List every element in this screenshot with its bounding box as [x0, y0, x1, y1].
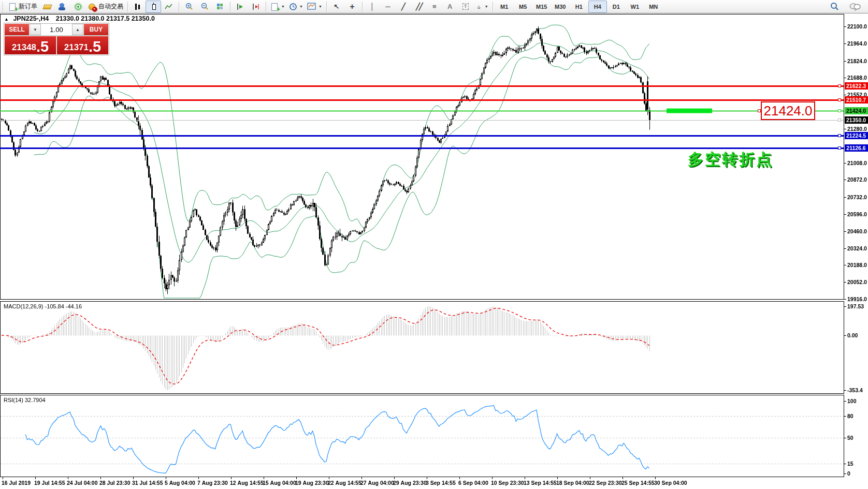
zoom-out-button[interactable] [197, 1, 212, 13]
zoom-in-button[interactable] [181, 1, 197, 13]
crosshair-button[interactable]: + [344, 1, 360, 13]
chart-shift-icon [252, 3, 260, 11]
new-order-label: 新订单 [19, 2, 37, 11]
zoom-out-icon [200, 3, 209, 11]
chevron-down-icon: ▼ [281, 5, 285, 8]
auto-scroll-icon [236, 3, 244, 11]
sell-price-frac: .5 [36, 40, 49, 53]
chevron-down-icon: ▼ [299, 5, 303, 8]
profiles-button[interactable] [39, 1, 55, 13]
zoom-in-icon [185, 3, 194, 11]
bar-chart-icon [134, 3, 142, 11]
market-watch-icon [59, 3, 67, 11]
period-button[interactable]: ▼ [287, 1, 305, 13]
cursor-button[interactable]: ↖ [329, 1, 344, 13]
vertical-line-icon: │ [370, 3, 374, 10]
tile-windows-icon [216, 3, 225, 11]
volume-increase-button[interactable]: ▲ [72, 24, 83, 35]
channel-button[interactable]: ╱╱ [411, 1, 427, 13]
price-callout-box[interactable]: 21424.0 [761, 101, 815, 120]
label-tool-button[interactable]: T [458, 1, 473, 13]
label-tool-icon: T [462, 3, 469, 10]
trendline-icon: ╱ [401, 3, 406, 10]
toolbar-separator [230, 2, 230, 12]
chart-symbol-period: JPN225-,H4 [13, 15, 49, 22]
candlestick-chart-button[interactable] [146, 1, 161, 13]
line-chart-button[interactable] [161, 1, 177, 13]
fibonacci-icon: ≡ [432, 3, 437, 10]
timeframe-d1-button[interactable]: D1 [607, 1, 626, 13]
text-tool-button[interactable]: A [442, 1, 458, 13]
buy-price-display[interactable]: 21371.5 [56, 36, 109, 55]
toolbar-separator [326, 2, 327, 12]
fibonacci-button[interactable]: ≡ [427, 1, 442, 13]
search-icon [830, 2, 839, 11]
templates-button[interactable]: ▼ [305, 1, 324, 13]
timeframe-m30-button[interactable]: M30 [551, 1, 570, 13]
chevron-down-icon: ▼ [319, 5, 322, 8]
auto-scroll-button[interactable] [233, 1, 248, 13]
timeframe-mn-button[interactable]: MN [644, 1, 663, 13]
main-toolbar: + 新订单 自动交易 +▼ ▼ ▼ ↖ + │ ─ ╱ [0, 0, 868, 13]
toolbar-separator [493, 2, 493, 12]
volume-decrease-button[interactable]: ▼ [30, 24, 41, 35]
chart-shift-button[interactable] [248, 1, 264, 13]
crosshair-icon: + [350, 2, 354, 11]
price-chart-canvas[interactable] [0, 0, 868, 489]
timeframe-m1-button[interactable]: M1 [495, 1, 514, 13]
tile-windows-button[interactable] [212, 1, 228, 13]
cursor-icon: ↖ [334, 3, 339, 10]
turning-point-annotation: 多空转折点 [688, 149, 773, 170]
line-chart-icon [165, 3, 173, 10]
timeframe-h4-button[interactable]: H4 [588, 1, 607, 13]
chevron-down-icon: ▼ [485, 5, 488, 8]
buy-price-frac: .5 [89, 40, 101, 53]
trendline-button[interactable]: ╱ [396, 1, 411, 13]
chat-bubbles-icon [849, 3, 861, 11]
add-indicator-button[interactable]: +▼ [268, 1, 287, 13]
new-order-icon: + [8, 3, 17, 11]
search-button[interactable] [827, 1, 842, 13]
volume-stepper: ▼ 1.00 ▲ [30, 23, 83, 36]
toolbar-separator [362, 2, 363, 12]
macd-indicator-label: MACD(12,26,9) -105.84 -44.16 [4, 303, 82, 309]
market-watch-button[interactable] [55, 1, 70, 13]
arrows-tool-button[interactable]: ↔↕▼ [473, 1, 490, 13]
add-indicator-icon: + [270, 3, 279, 11]
buy-button[interactable]: BUY [83, 23, 109, 36]
sell-price-display[interactable]: 21348.5 [4, 36, 56, 55]
chart-ohlc-values: 21330.0 21380.0 21317.5 21350.0 [56, 15, 155, 22]
auto-trading-icon [88, 3, 97, 11]
timeframe-w1-button[interactable]: W1 [626, 1, 644, 13]
gold-profile-icon [43, 3, 52, 11]
collapse-arrow-icon[interactable]: ▲ [4, 17, 9, 22]
community-button[interactable] [847, 1, 863, 13]
one-click-trading-panel: SELL ▼ 1.00 ▲ BUY 21348.5 21371.5 [4, 23, 109, 55]
channel-icon: ╱╱ [416, 3, 422, 10]
template-icon [307, 3, 316, 10]
clock-icon [289, 3, 297, 11]
horizontal-line-button[interactable]: ─ [380, 1, 396, 13]
bar-chart-button[interactable] [130, 1, 146, 13]
toolbar-grip [2, 2, 5, 11]
toolbar-separator [179, 2, 179, 12]
sell-price-int: 21348 [12, 42, 36, 53]
auto-trading-label: 自动交易 [98, 2, 123, 11]
auto-trading-button[interactable]: 自动交易 [86, 1, 125, 13]
timeframe-h1-button[interactable]: H1 [570, 1, 588, 13]
horizontal-line-icon: ─ [385, 3, 390, 10]
timeframe-m5-button[interactable]: M5 [514, 1, 532, 13]
sell-button[interactable]: SELL [4, 23, 30, 36]
timeframe-m15-button[interactable]: M15 [532, 1, 551, 13]
volume-value[interactable]: 1.00 [41, 24, 72, 35]
signal-icon [74, 3, 82, 11]
signals-button[interactable] [70, 1, 86, 13]
candlestick-icon [149, 3, 158, 11]
rsi-indicator-label: RSI(14) 32.7904 [4, 397, 46, 403]
vertical-line-button[interactable]: │ [365, 1, 380, 13]
toolbar-separator [266, 2, 266, 12]
toolbar-separator [127, 2, 128, 12]
text-tool-icon: A [447, 3, 452, 10]
new-order-button[interactable]: + 新订单 [6, 1, 39, 13]
chart-title: ▲ JPN225-,H4 21330.0 21380.0 21317.5 213… [4, 15, 155, 22]
